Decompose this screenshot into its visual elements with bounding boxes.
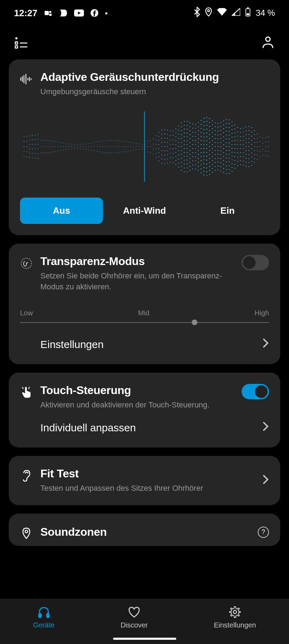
svg-point-210 <box>164 163 165 164</box>
svg-point-380 <box>206 125 207 126</box>
svg-point-611 <box>260 141 261 142</box>
svg-point-495 <box>229 135 230 136</box>
svg-point-517 <box>231 163 232 164</box>
svg-point-355 <box>201 148 202 149</box>
svg-point-151 <box>130 142 131 143</box>
svg-point-579 <box>248 150 249 151</box>
svg-point-486 <box>226 157 227 159</box>
help-icon[interactable]: ? <box>258 527 269 538</box>
svg-point-230 <box>172 139 173 140</box>
svg-point-412 <box>212 132 213 133</box>
svg-point-282 <box>184 167 185 168</box>
svg-point-560 <box>243 160 244 161</box>
svg-point-448 <box>217 169 218 170</box>
fit-test-card[interactable]: Fit Test Testen und Anpassen des Sitzes … <box>9 456 280 505</box>
slider-thumb[interactable] <box>192 320 197 325</box>
svg-point-457 <box>220 154 221 155</box>
transparency-toggle[interactable] <box>242 255 269 270</box>
anc-segment-off[interactable]: Aus <box>20 198 103 224</box>
nav-devices[interactable]: Geräte <box>33 606 54 629</box>
svg-point-614 <box>260 156 261 157</box>
svg-point-251 <box>178 146 179 147</box>
svg-point-220 <box>170 130 171 131</box>
svg-point-594 <box>254 130 255 131</box>
profile-icon[interactable] <box>261 35 275 49</box>
svg-point-460 <box>220 166 221 167</box>
transparency-slider[interactable] <box>20 322 269 323</box>
svg-point-262 <box>181 142 182 143</box>
svg-point-501 <box>229 157 230 159</box>
svg-point-585 <box>251 131 252 133</box>
svg-point-285 <box>186 125 188 126</box>
touch-card: Touch-Steuerung Aktivieren und deaktivie… <box>9 373 280 447</box>
svg-point-288 <box>186 136 188 137</box>
svg-rect-19 <box>31 78 31 80</box>
svg-point-231 <box>172 144 173 145</box>
anc-segment-antiwind[interactable]: Anti-Wind <box>103 198 186 224</box>
soundzones-card[interactable]: Soundzonen ? <box>9 514 280 546</box>
svg-point-116 <box>97 146 98 147</box>
svg-point-325 <box>195 132 196 133</box>
svg-point-384 <box>206 140 207 141</box>
svg-point-343 <box>198 154 199 155</box>
svg-point-573 <box>248 126 249 127</box>
svg-point-94 <box>77 144 78 145</box>
svg-point-382 <box>206 133 207 134</box>
svg-point-144 <box>122 152 123 153</box>
svg-point-256 <box>178 167 179 168</box>
svg-point-83 <box>66 146 67 147</box>
svg-point-324 <box>195 128 196 129</box>
svg-point-162 <box>139 149 140 150</box>
svg-point-134 <box>113 146 114 147</box>
svg-point-439 <box>217 135 218 136</box>
touch-subtitle: Aktivieren und deaktivieren der Touch-St… <box>40 400 235 411</box>
svg-point-160 <box>139 143 140 144</box>
svg-point-610 <box>260 136 261 137</box>
svg-point-366 <box>203 133 204 134</box>
svg-point-577 <box>248 142 249 143</box>
svg-point-567 <box>245 146 247 147</box>
svg-point-87 <box>68 149 70 150</box>
svg-point-496 <box>229 139 230 140</box>
svg-point-411 <box>212 128 213 129</box>
svg-point-48 <box>35 158 36 159</box>
svg-point-112 <box>94 142 95 143</box>
svg-point-130 <box>111 140 112 141</box>
svg-point-548 <box>240 152 241 153</box>
svg-point-177 <box>153 149 154 150</box>
svg-point-307 <box>189 158 190 159</box>
svg-point-404 <box>209 158 210 159</box>
svg-point-44 <box>35 139 36 140</box>
svg-point-525 <box>234 144 235 145</box>
touch-title: Touch-Steuerung <box>40 384 235 397</box>
menu-devices-icon[interactable] <box>14 35 28 49</box>
transparency-settings-row[interactable]: Einstellungen <box>20 336 269 353</box>
svg-point-530 <box>234 164 235 165</box>
svg-point-212 <box>167 134 168 135</box>
anc-segment-on[interactable]: Ein <box>186 198 269 224</box>
svg-point-406 <box>209 166 210 167</box>
svg-point-43 <box>35 134 36 135</box>
home-indicator[interactable] <box>113 638 176 640</box>
svg-point-428 <box>215 142 216 143</box>
svg-point-526 <box>234 148 235 149</box>
nav-discover[interactable]: Discover <box>120 606 148 629</box>
svg-point-351 <box>201 132 202 133</box>
status-right: 34 % <box>194 7 275 19</box>
svg-point-84 <box>66 149 67 150</box>
svg-point-60 <box>43 152 44 153</box>
svg-point-363 <box>203 121 204 122</box>
nav-settings[interactable]: Einstellungen <box>214 606 256 629</box>
svg-point-596 <box>254 138 255 139</box>
content-scroll[interactable]: Adaptive Geräuschunterdrückung Umgebungs… <box>0 59 289 546</box>
svg-point-266 <box>181 158 182 159</box>
svg-point-587 <box>251 140 252 141</box>
svg-point-270 <box>184 121 185 122</box>
svg-point-200 <box>161 159 162 160</box>
touch-customize-row[interactable]: Individuell anpassen <box>20 419 269 436</box>
svg-point-395 <box>209 122 210 123</box>
svg-point-356 <box>201 152 202 153</box>
svg-point-476 <box>226 119 227 120</box>
touch-toggle[interactable] <box>242 384 269 399</box>
svg-point-105 <box>85 149 86 150</box>
